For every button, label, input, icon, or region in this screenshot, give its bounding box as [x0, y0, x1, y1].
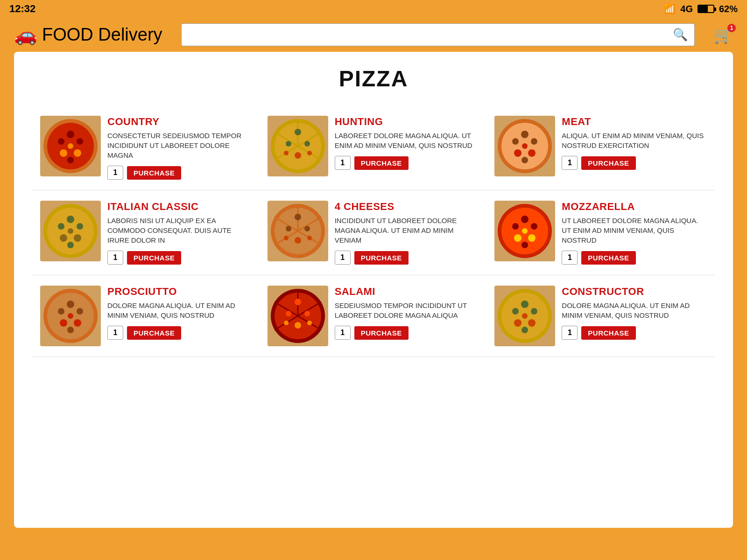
svg-point-83	[307, 321, 312, 325]
purchase-button-country[interactable]: PURCHASE	[127, 166, 181, 180]
svg-point-47	[295, 214, 301, 220]
cart-button[interactable]: 🛒 1	[713, 26, 733, 44]
svg-point-7	[67, 157, 74, 163]
search-bar[interactable]: 🔍	[181, 23, 695, 46]
qty-box-meat: 1	[562, 156, 578, 170]
search-input[interactable]	[188, 29, 673, 41]
purchase-button-italian-classic[interactable]: PURCHASE	[127, 251, 181, 265]
svg-point-88	[531, 308, 537, 315]
pizza-desc-meat: ALIQUA. UT ENIM AD MINIM VENIAM, QUIS NO…	[562, 131, 707, 150]
svg-point-55	[521, 216, 529, 223]
svg-point-19	[295, 152, 301, 159]
pizza-item-constructor: CONSTRUCTOR DOLORE MAGNA ALIQUA. UT ENIM…	[487, 275, 714, 357]
qty-box-4-cheeses: 1	[335, 251, 351, 265]
svg-point-79	[286, 311, 291, 316]
pizza-name-mozzarella: MOZZARELLA	[562, 201, 707, 213]
svg-point-2	[67, 131, 74, 138]
purchase-button-mozzarella[interactable]: PURCHASE	[581, 251, 635, 265]
pizza-image-constructor	[494, 286, 555, 346]
pizza-info-prosciutto: PROSCIUTTO DOLORE MAGNA ALIQUA. UT ENIM …	[107, 286, 253, 340]
pizza-image-salami	[268, 286, 328, 346]
svg-point-86	[521, 301, 529, 308]
pizza-image-italian-classic	[40, 201, 101, 261]
pizza-item-italian-classic: ITALIAN CLASSIC LABORIS NISI UT ALIQUIP …	[33, 190, 260, 275]
svg-point-69	[67, 327, 74, 333]
pizza-desc-constructor: DOLORE MAGNA ALIQUA. UT ENIM AD MINIM VE…	[562, 301, 707, 320]
svg-point-24	[521, 131, 529, 138]
svg-point-4	[77, 138, 83, 145]
svg-point-52	[307, 236, 312, 240]
pizza-info-constructor: CONSTRUCTOR DOLORE MAGNA ALIQUA. UT ENIM…	[562, 286, 707, 340]
pizza-info-4-cheeses: 4 CHEESES INCIDIDUNT UT LABOREET DOLORE …	[335, 201, 480, 265]
pizza-name-4-cheeses: 4 CHEESES	[335, 201, 480, 213]
svg-point-51	[284, 236, 289, 240]
svg-point-48	[286, 226, 291, 231]
pizza-item-salami: SALAMI SEDEIUSMOD TEMPOR INCIDIDUNT UT L…	[260, 275, 487, 357]
pizza-image-country	[40, 116, 101, 176]
search-button[interactable]: 🔍	[673, 28, 688, 42]
pizza-name-constructor: CONSTRUCTOR	[562, 286, 707, 298]
svg-point-6	[74, 149, 81, 157]
pizza-info-italian-classic: ITALIAN CLASSIC LABORIS NISI UT ALIQUIP …	[107, 201, 253, 265]
svg-point-8	[68, 143, 73, 149]
pizza-actions-salami: 1 PURCHASE	[335, 326, 480, 340]
status-time: 12:32	[9, 3, 35, 15]
battery-label: 62%	[719, 4, 738, 14]
purchase-button-4-cheeses[interactable]: PURCHASE	[354, 251, 409, 265]
svg-point-21	[307, 151, 312, 155]
network-label: 4G	[680, 4, 693, 14]
qty-box-constructor: 1	[562, 326, 578, 340]
svg-point-61	[522, 228, 528, 234]
pizza-item-hunting: HUNTING LABOREET DOLORE MAGNA ALIQUA. UT…	[260, 105, 487, 190]
svg-point-30	[522, 143, 528, 149]
purchase-button-prosciutto[interactable]: PURCHASE	[127, 326, 181, 340]
status-bar: 12:32 📶 4G 62%	[0, 0, 747, 18]
pizza-name-country: COUNTRY	[107, 116, 253, 128]
qty-box-prosciutto: 1	[107, 326, 123, 340]
svg-point-17	[286, 141, 291, 147]
pizza-name-italian-classic: ITALIAN CLASSIC	[107, 201, 253, 213]
svg-point-57	[531, 223, 537, 230]
svg-point-89	[514, 319, 521, 327]
pizza-name-meat: MEAT	[562, 116, 707, 128]
pizza-item-meat: MEAT ALIQUA. UT ENIM AD MINIM VENIAM, QU…	[487, 105, 714, 190]
pizza-grid: COUNTRY CONSECTETUR SEDEIUSMOD TEMPOR IN…	[33, 105, 714, 357]
svg-point-58	[514, 234, 521, 242]
svg-point-50	[295, 237, 301, 244]
wifi-icon: 📶	[664, 3, 676, 14]
svg-point-78	[295, 299, 301, 305]
svg-point-34	[58, 223, 64, 230]
svg-point-25	[512, 138, 519, 145]
svg-point-59	[528, 234, 536, 242]
pizza-desc-salami: SEDEIUSMOD TEMPOR INCIDIDUNT UT LABOREET…	[335, 301, 480, 320]
purchase-button-constructor[interactable]: PURCHASE	[581, 326, 635, 340]
svg-point-64	[67, 301, 74, 308]
pizza-desc-hunting: LABOREET DOLORE MAGNA ALIQUA. UT ENIM AD…	[335, 131, 480, 150]
pizza-name-prosciutto: PROSCIUTTO	[107, 286, 253, 298]
svg-point-68	[74, 319, 81, 327]
cart-badge: 1	[727, 24, 736, 32]
svg-point-39	[68, 228, 73, 234]
purchase-button-salami[interactable]: PURCHASE	[354, 326, 409, 340]
pizza-info-mozzarella: MOZZARELLA UT LABOREET DOLORE MAGNA ALIQ…	[562, 201, 707, 265]
pizza-actions-meat: 1 PURCHASE	[562, 156, 707, 170]
svg-point-70	[68, 313, 73, 319]
pizza-actions-country: 1 PURCHASE	[107, 166, 253, 180]
purchase-button-meat[interactable]: PURCHASE	[581, 156, 635, 170]
purchase-button-hunting[interactable]: PURCHASE	[354, 156, 409, 170]
pizza-info-hunting: HUNTING LABOREET DOLORE MAGNA ALIQUA. UT…	[335, 116, 480, 170]
pizza-item-4-cheeses: 4 CHEESES INCIDIDUNT UT LABOREET DOLORE …	[260, 190, 487, 275]
pizza-desc-italian-classic: LABORIS NISI UT ALIQUIP EX EA COMMODO CO…	[107, 216, 253, 245]
svg-point-33	[67, 216, 74, 223]
pizza-actions-italian-classic: 1 PURCHASE	[107, 251, 253, 265]
pizza-actions-4-cheeses: 1 PURCHASE	[335, 251, 480, 265]
pizza-info-meat: MEAT ALIQUA. UT ENIM AD MINIM VENIAM, QU…	[562, 116, 707, 170]
pizza-desc-country: CONSECTETUR SEDEIUSMOD TEMPOR INCIDIDUNT…	[107, 131, 253, 160]
svg-point-27	[514, 149, 521, 157]
main-content: PIZZA COUNTRY CONSECTETUR SEDEIUSMOD TEM…	[14, 52, 733, 528]
svg-point-29	[521, 157, 528, 163]
qty-box-salami: 1	[335, 326, 351, 340]
pizza-item-country: COUNTRY CONSECTETUR SEDEIUSMOD TEMPOR IN…	[33, 105, 260, 190]
svg-point-80	[304, 311, 310, 316]
svg-point-65	[58, 308, 64, 315]
